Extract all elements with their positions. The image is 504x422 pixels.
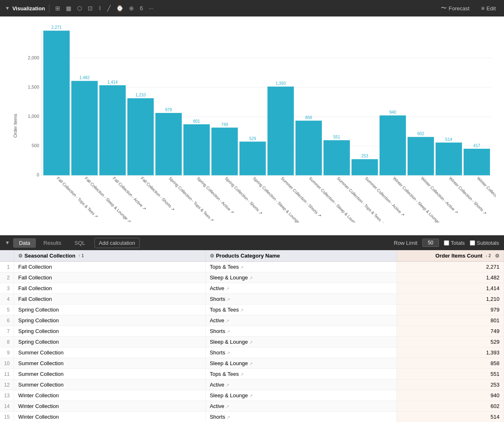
edit-icon: ≡ — [481, 5, 484, 12]
svg-text:2,271: 2,271 — [52, 25, 62, 30]
edit-label: Edit — [487, 5, 496, 12]
add-calculation-button[interactable]: Add calculation — [94, 238, 140, 248]
svg-text:Winter Collection - Sleep & Lo: Winter Collection - Sleep & Lounge ↗ — [392, 176, 444, 223]
products-category-cell: Sleep & Lounge ↗ — [205, 272, 397, 283]
products-category-cell: Tops & Tees ↗ — [205, 262, 397, 272]
svg-text:801: 801 — [193, 119, 200, 124]
seasonal-collection-cell: Fall Collection — [14, 262, 206, 272]
totals-label: Totals — [451, 240, 465, 246]
table-row: 1Fall CollectionTops & Tees ↗2,271 — [0, 262, 504, 272]
svg-rect-26 — [183, 124, 210, 176]
scatter-icon[interactable]: ⊡ — [86, 3, 94, 13]
svg-rect-14 — [71, 81, 98, 175]
svg-rect-17 — [99, 85, 126, 175]
svg-rect-38 — [295, 121, 322, 176]
row-limit-input[interactable] — [422, 239, 439, 247]
order-items-count-cell: 2,271 — [397, 262, 504, 272]
table-row: 13Winter CollectionSleep & Lounge ↗940 — [0, 390, 504, 401]
tab-sql[interactable]: SQL — [69, 238, 91, 248]
subtotals-checkbox-label[interactable]: Subtotals — [470, 240, 499, 246]
row-number: 14 — [0, 401, 14, 412]
table-view-icon[interactable]: ⊞ — [54, 3, 62, 13]
seasonal-collection-cell: Winter Collection — [14, 401, 206, 412]
products-category-cell: Active ↗ — [205, 380, 397, 390]
svg-rect-20 — [127, 98, 154, 175]
tab-data[interactable]: Data — [13, 238, 36, 248]
order-items-count-cell: 940 — [397, 390, 504, 401]
row-number: 3 — [0, 283, 14, 294]
order-items-count-cell: 551 — [397, 369, 504, 380]
svg-text:1,210: 1,210 — [136, 93, 146, 97]
svg-text:0: 0 — [37, 172, 39, 177]
chart-area: Order Items 0 500 1,000 1,500 2,000 2,27… — [0, 16, 504, 235]
seasonal-collection-cell: Fall Collection — [14, 272, 206, 283]
row-number: 13 — [0, 390, 14, 401]
svg-rect-32 — [239, 142, 266, 176]
products-category-header[interactable]: ⚙ Products Category Name — [205, 250, 397, 262]
seasonal-collection-header[interactable]: ⚙ Seasonal Collection ↑ 1 — [14, 250, 206, 262]
seasonal-collection-cell: Summer Collection — [14, 347, 206, 358]
tab-results[interactable]: Results — [38, 238, 67, 248]
table-row: 5Spring CollectionTops & Tees ↗979 — [0, 305, 504, 315]
chevron-down-icon[interactable]: ▼ — [5, 5, 10, 11]
svg-text:Spring Collection - Sleep & Lo: Spring Collection - Sleep & Lounge ↗ — [252, 176, 304, 223]
subtotals-checkbox[interactable] — [470, 240, 475, 246]
totals-checkbox-label[interactable]: Totals — [444, 240, 465, 246]
products-category-cell: Sleep & Lounge ↗ — [205, 390, 397, 401]
row-number: 8 — [0, 337, 14, 347]
table-row: 3Fall CollectionActive ↗1,414 — [0, 283, 504, 294]
svg-rect-35 — [267, 87, 294, 175]
number-icon[interactable]: 6 — [138, 3, 145, 13]
row-number: 6 — [0, 315, 14, 326]
totals-checkbox[interactable] — [444, 240, 449, 246]
row-number: 11 — [0, 369, 14, 380]
sort-indicator-col1: ↑ 1 — [78, 253, 84, 258]
area-chart-icon[interactable]: ⬡ — [75, 3, 84, 13]
panel-tabs: ▼ Data Results SQL Add calculation Row L… — [0, 235, 504, 250]
order-items-count-cell: 801 — [397, 315, 504, 326]
line2-chart-icon[interactable]: ╱ — [105, 3, 112, 13]
toolbar-separator — [49, 4, 49, 12]
order-items-count-cell: 1,414 — [397, 283, 504, 294]
row-number: 7 — [0, 326, 14, 337]
svg-text:Summer Collection - Tops & Tee: Summer Collection - Tops & Tees ↗ — [336, 176, 386, 223]
row-number: 15 — [0, 412, 14, 422]
more-icon[interactable]: ··· — [147, 3, 155, 13]
row-number: 12 — [0, 380, 14, 390]
svg-text:253: 253 — [361, 154, 368, 158]
products-category-cell: Active ↗ — [205, 283, 397, 294]
gear-icon-col1[interactable]: ⚙ — [18, 253, 23, 259]
table-row: 8Spring CollectionSleep & Lounge ↗529 — [0, 337, 504, 347]
order-items-count-cell: 749 — [397, 326, 504, 337]
products-category-cell: Active ↗ — [205, 315, 397, 326]
edit-button[interactable]: ≡ Edit — [478, 3, 499, 13]
line-chart-icon[interactable]: ⌇ — [97, 3, 103, 13]
forecast-button[interactable]: 〜 Forecast — [438, 3, 473, 14]
clock-icon[interactable]: ⌚ — [115, 3, 125, 13]
products-category-cell: Shorts ↗ — [205, 326, 397, 337]
order-items-count-header[interactable]: Order Items Count ↓ 2 ⚙ — [397, 250, 504, 262]
products-category-cell: Tops & Tees ↗ — [205, 369, 397, 380]
products-category-label: Products Category Name — [216, 253, 280, 259]
svg-text:749: 749 — [221, 122, 228, 127]
table-body: 1Fall CollectionTops & Tees ↗2,2712Fall … — [0, 262, 504, 422]
svg-rect-56 — [464, 149, 490, 175]
bottom-panel: ▼ Data Results SQL Add calculation Row L… — [0, 235, 504, 422]
row-number: 10 — [0, 358, 14, 369]
svg-text:529: 529 — [249, 136, 256, 141]
svg-text:Spring Collection - Tops & Tee: Spring Collection - Tops & Tees ↗ — [168, 176, 215, 223]
table-row: 2Fall CollectionSleep & Lounge ↗1,482 — [0, 272, 504, 283]
table-row: 14Winter CollectionActive ↗602 — [0, 401, 504, 412]
order-items-count-cell: 1,482 — [397, 272, 504, 283]
bar-chart-icon[interactable]: ▦ — [64, 3, 73, 13]
seasonal-collection-cell: Fall Collection — [14, 294, 206, 305]
gear-icon-col3[interactable]: ⚙ — [495, 253, 499, 259]
svg-text:1,000: 1,000 — [28, 114, 40, 119]
chevron-down-icon-panel[interactable]: ▼ — [5, 240, 10, 246]
table-row: 6Spring CollectionActive ↗801 — [0, 315, 504, 326]
gear-icon-col2[interactable]: ⚙ — [210, 253, 214, 259]
products-category-cell: Tops & Tees ↗ — [205, 305, 397, 315]
svg-text:514: 514 — [445, 137, 452, 142]
pin-icon[interactable]: ⊕ — [127, 3, 136, 13]
products-category-cell: Shorts ↗ — [205, 412, 397, 422]
